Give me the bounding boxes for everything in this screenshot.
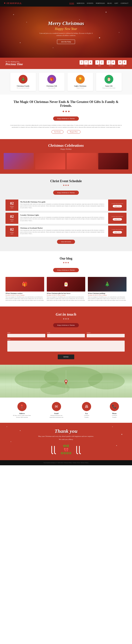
svg-point-3 [40,382,70,395]
blog-text-3: This is an example of a WordPress post, … [88,296,126,301]
celebrations-section: Christmas Celebrations Happy Holiday [0,139,132,174]
card-family-avatar: 🎄 [19,75,28,84]
timer-day-2: 7 [84,60,88,64]
contact-form-row-1: Name Email Subject [7,332,125,337]
event-action-1: Location Tags Type Hours Apply Now [108,200,126,211]
nav-link-services[interactable]: Services [77,2,84,4]
schedule-section: Christ Event Schedule ✦✦✦ Enjoy christma… [0,174,132,251]
blog-card-2: 🎅 10 best Christmas gifts for beer lover… [47,277,85,301]
blog-enjoy-button[interactable]: Enjoy christmas in Tiberias [53,268,79,272]
thankyou-subtitle: May your Christmas and every day ahead s… [7,435,125,438]
subject-input[interactable] [87,334,125,337]
event-date-3: 02 January2019 [6,226,18,237]
nav-logo: ✦ ITJOYFULL [4,2,22,5]
card-gift-subtitle: Give your gift [48,87,55,89]
event-apply-btn-3[interactable]: Apply Now [113,231,122,234]
event-name-1: The Rockville Christmas Tree guide [20,201,106,203]
message-textarea[interactable] [7,340,125,352]
blog-text-2: This is an example of a WordPress post, … [47,296,85,301]
card-santa-subtitle: Hang your holiday bright [102,87,115,89]
event-date-2: 02 January2019 [6,213,18,224]
blog-section: Our blog ✦✦✦ Enjoy christmas in Tiberias… [0,251,132,306]
contact-form: Name Email Subject Name SEND [7,332,125,359]
join-party-button[interactable]: Join the Party [57,40,75,44]
celeb-img-4 [98,153,128,170]
nav-link-blog[interactable]: Blog [107,2,112,4]
candy-decoration-row: 🌿🌿 🎀 🌿🌿🌿🌿 [7,444,125,455]
blog-img-1: 🎁 [6,277,44,292]
email-icon: ✉ [52,402,61,411]
magic-enjoy-button[interactable]: Enjoy christmas in Tiberias [53,116,79,121]
card-christmas-family: 🎄 Christmas Family For you and your fami… [10,73,36,91]
blog-title: Our blog [6,257,126,260]
event-apply-btn-2[interactable]: Apply Now [113,218,122,220]
event-desc-1: Sed ut perspiciatis unde omnis iste natu… [20,203,106,209]
event-action-2: Location Tags Type Hours Apply Now [108,213,126,224]
event-item-1: 02 January2019 The Rockville Christmas T… [6,200,126,211]
timer-day-1: 2 [80,60,84,64]
event-content-3: Christmas at Scotsbank Market Sed ut per… [18,226,108,237]
magic-text: Lorem ipsum dolor sit amet, consectetur … [7,124,125,128]
countdown-timer: 2 7 4 Days 1 2 Hours 2 4 Minutes 0 8 [80,60,126,66]
card-santa-icon: 🎅 [104,75,113,84]
countdown-section: We Are Waiting For... Precious Time 2 7 … [0,58,132,69]
magic-section: The Magic Of Christmas Never Ends & The … [0,94,132,139]
view-all-events-button[interactable]: View All Events [57,240,75,244]
see-events-link[interactable]: See Events [51,130,63,134]
address-text: PO Box 16122 Collins Street WestVictoria… [13,415,31,418]
blog-title-2: 10 best Christmas gifts for beer lovers [47,292,85,294]
name-input[interactable] [7,334,45,337]
fax-icon: 🖷 [82,402,91,411]
card-lights-avatar: 💡 [76,75,85,84]
contact-enjoy-button[interactable]: Enjoy christmas in Tiberias [53,323,79,327]
hero-section: Merry Christmas Happy New Year Come and … [0,6,132,58]
card-gift-avatar: 🎁 [47,75,56,84]
submit-button[interactable]: SEND [58,354,74,359]
event-name-2: Carnaby Christmas Lights [20,214,106,216]
nav-link-events[interactable]: Events [87,2,93,4]
name-label: Name [7,332,45,334]
contact-section: Get in touch ✦✦✦ Enjoy christmas in Tibe… [0,306,132,365]
timer-seconds-boxes: 0 8 [118,60,126,64]
hero-description: Come and join us in a wonderful moment t… [38,32,94,37]
phone-icon: 📞 [110,402,119,411]
blog-meta-2: November 30, 2018 | 0 | Leave a Comment [47,294,85,296]
address-title: Address [19,412,25,414]
schedule-title: Christ Event Schedule [6,179,126,183]
blog-card-1: 🎁 10 best Christmas crackers November 30… [6,277,44,301]
countdown-label: We Are Waiting For... [6,61,23,62]
event-name-3: Christmas at Scotsbank Market [20,227,106,229]
event-content-1: The Rockville Christmas Tree guide Sed u… [18,200,108,211]
info-section: 📍 Address PO Box 16122 Collins Street We… [0,398,132,423]
blog-title-3: 10 best Christmas puddings [88,292,126,294]
event-item-2: 02 January2019 Carnaby Christmas Lights … [6,213,126,224]
blog-meta-3: November 30, 2018 | 0 | Leave a Comment [88,294,126,296]
schedule-enjoy-button[interactable]: Enjoy christmas in Tiberias [53,190,79,195]
schedule-divider: ✦✦✦ [6,184,126,187]
blog-meta-1: November 30, 2018 | 0 | Leave a Comment [6,294,44,296]
timer-min-1: 2 [107,60,111,64]
blog-divider: ✦✦✦ [6,261,126,264]
card-christmas-gift: 🎁 Christmas Gift Give your gift [39,73,64,91]
email-input[interactable] [47,334,85,337]
map-svg [0,365,132,398]
event-day-2: 02 [10,214,14,219]
contact-title: Get in touch [7,312,125,317]
event-apply-btn-1[interactable]: Apply Now [113,205,122,207]
card-santa-title: Santa Gift [105,85,113,87]
nav-link-portfolio[interactable]: Portfolio [96,2,105,4]
nav-link-contact[interactable]: Contact [121,2,128,4]
email-text: info@yourdomain.comsupport@yourdomain.co… [49,415,63,418]
subject-field-container: Subject [87,332,125,337]
navbar: ✦ ITJOYFULL Home Services Events Portfol… [0,0,132,6]
card-lights-title: Lights Christmas [74,85,87,87]
card-gift-icon: 🎁 [47,75,56,84]
request-now-link[interactable]: Request Now [67,130,81,134]
fax-title: Fax [85,412,88,414]
event-month-year-2: January2019 [10,219,14,222]
timer-days-boxes: 2 7 4 [80,60,92,64]
map-section [0,365,132,398]
nav-link-home[interactable]: Home [69,2,74,4]
nav-link-gift[interactable]: Gift [114,2,118,4]
hero-title: Merry Christmas [48,20,84,26]
